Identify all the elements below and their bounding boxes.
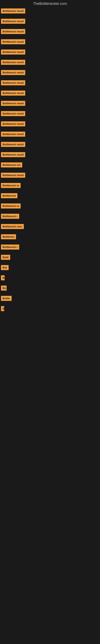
bottleneck-row: Bottl — [1, 255, 100, 260]
bottleneck-label: Bottleneck r — [1, 244, 19, 250]
site-header: TheBottlenecker.com — [0, 0, 100, 8]
bottleneck-label: Bottleneck result — [1, 101, 25, 106]
bottleneck-label: Bottleneck result — [1, 152, 25, 157]
bottleneck-row: B — [1, 275, 100, 281]
bottleneck-label: Bottl — [1, 255, 10, 260]
bottleneck-label: Bottleneck result — [1, 39, 25, 44]
bottleneck-label: Bottleneck result — [1, 132, 25, 137]
bottleneck-label: Bottleneck result — [1, 90, 25, 96]
bottleneck-label: Bottleneck res — [1, 162, 22, 168]
bottleneck-row: Bo — [1, 286, 100, 292]
bottleneck-row: Bottleneck r — [1, 214, 100, 220]
bottleneck-row: Bottleneck result — [1, 90, 100, 96]
bottleneck-label: Bottleneck result — [1, 121, 25, 126]
bottleneck-row: Bottleneck — [1, 193, 100, 199]
bottleneck-row: Bottleneck result — [1, 121, 100, 127]
bottleneck-label: Bottleneck result — [1, 29, 25, 34]
bottleneck-row: Bottleneck result — [1, 60, 100, 66]
bottleneck-label: Bottleneck result — [1, 173, 25, 178]
bottleneck-row: Bottlenec — [1, 234, 100, 240]
bottleneck-label: Bottleneck result — [1, 8, 25, 14]
bottleneck-row: Bottleneck result — [1, 29, 100, 35]
bottleneck-label: Bottleneck result — [1, 142, 25, 147]
bottleneck-row: Bottleneck re — [1, 183, 100, 189]
bottleneck-row: Bot — [1, 265, 100, 271]
bottleneck-label: Bottleneck resu — [1, 224, 24, 229]
bottleneck-row: Bottleneck re — [1, 204, 100, 209]
bottleneck-row: Bottleneck result — [1, 111, 100, 117]
bottleneck-label: Bo — [1, 286, 7, 290]
bottleneck-label: Bottleneck result — [1, 80, 25, 85]
bottleneck-row: Bottleneck result — [1, 80, 100, 86]
bottleneck-row: Bottle — [1, 296, 100, 302]
bottleneck-row: Bottleneck resu — [1, 224, 100, 230]
bottleneck-row: Bottleneck result — [1, 101, 100, 107]
bottleneck-row: Bottleneck result — [1, 142, 100, 148]
bottleneck-label: Bottleneck result — [1, 60, 25, 65]
bottleneck-row: Bottleneck r — [1, 244, 100, 250]
bottleneck-label: B — [1, 275, 4, 280]
site-title: TheBottlenecker.com — [33, 2, 67, 6]
bottleneck-row: Bottleneck result — [1, 8, 100, 14]
bottleneck-label: Bottleneck — [1, 193, 17, 198]
bottleneck-label: Bottleneck result — [1, 50, 25, 54]
bottleneck-row: Bottleneck result — [1, 173, 100, 178]
bottleneck-label: Bottleneck re — [1, 204, 21, 208]
bottleneck-label: Bottlenec — [1, 234, 16, 239]
bottleneck-label: Bot — [1, 265, 9, 270]
bottleneck-label: Bottleneck re — [1, 183, 21, 188]
items-container: Bottleneck resultBottleneck resultBottle… — [0, 8, 100, 317]
bottleneck-row: Bottleneck result — [1, 19, 100, 24]
bottleneck-label: Bottleneck result — [1, 111, 25, 116]
bottleneck-label: Bottle — [1, 296, 12, 301]
bottleneck-row: B — [1, 306, 100, 312]
bottleneck-row: Bottleneck res — [1, 162, 100, 168]
bottleneck-row: Bottleneck result — [1, 132, 100, 138]
bottleneck-label: Bottleneck result — [1, 70, 25, 75]
bottleneck-row: Bottleneck result — [1, 152, 100, 158]
bottleneck-row: Bottleneck result — [1, 39, 100, 45]
bottleneck-row: Bottleneck result — [1, 70, 100, 76]
bottleneck-label: Bottleneck r — [1, 214, 19, 219]
bottleneck-label: Bottleneck result — [1, 19, 25, 24]
bottleneck-row: Bottleneck result — [1, 50, 100, 55]
bottleneck-label: B — [1, 306, 4, 311]
